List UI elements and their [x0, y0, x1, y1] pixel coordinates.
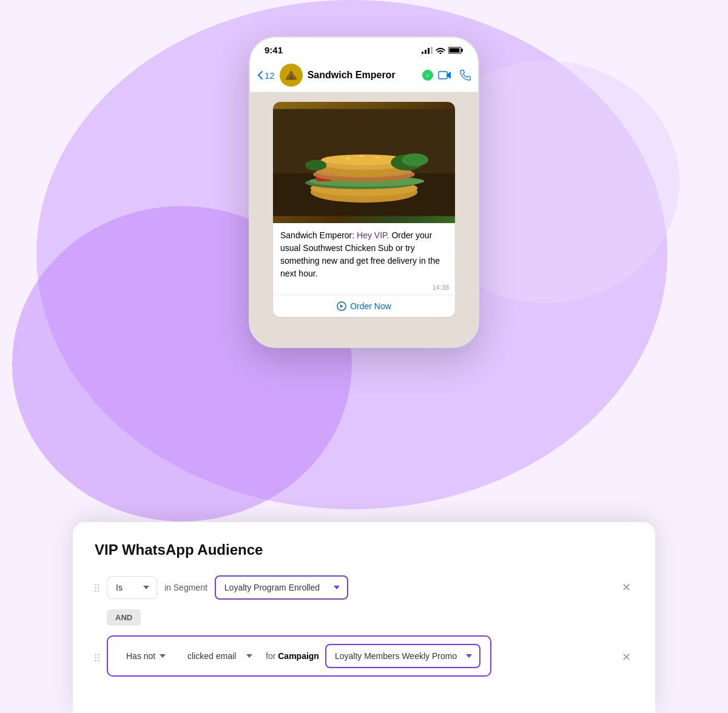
- svg-rect-8: [461, 49, 463, 52]
- svg-point-24: [346, 157, 350, 159]
- message-bubble: Sandwich Emperor: Hey VIP. Order your us…: [273, 102, 455, 317]
- condition-row-2: Has not Has clicked email opened email r…: [95, 635, 633, 679]
- svg-point-26: [376, 156, 380, 159]
- action-select[interactable]: clicked email opened email received emai…: [179, 645, 260, 667]
- back-count: 12: [265, 70, 275, 81]
- message-text: Sandwich Emperor: Hey VIP. Order your us…: [273, 223, 455, 283]
- back-button[interactable]: 12: [257, 70, 275, 81]
- contact-avatar: [280, 64, 303, 87]
- condition-2-inner: Has not Has clicked email opened email r…: [107, 635, 491, 677]
- video-call-icon[interactable]: [438, 70, 451, 81]
- sandwich-image: [273, 102, 455, 223]
- svg-point-29: [305, 160, 326, 171]
- battery-icon: [448, 47, 463, 54]
- svg-rect-3: [422, 52, 423, 54]
- remove-condition-2[interactable]: ✕: [619, 648, 633, 666]
- verified-badge: ✓: [422, 70, 433, 81]
- whatsapp-chat: Sandwich Emperor: Hey VIP. Order your us…: [250, 92, 478, 347]
- cta-icon: [337, 301, 346, 311]
- audience-panel: VIP WhatsApp Audience Is Is not in Segme…: [73, 522, 655, 713]
- contact-name: Sandwich Emperor: [308, 70, 417, 81]
- panel-title: VIP WhatsApp Audience: [95, 541, 633, 558]
- in-segment-text: in Segment: [164, 583, 207, 592]
- message-cta[interactable]: Order Now: [273, 295, 455, 317]
- campaign-select[interactable]: Loyalty Members Weekly Promo Summer Sale…: [325, 644, 480, 668]
- svg-rect-9: [450, 48, 460, 52]
- svg-point-28: [402, 153, 428, 166]
- whatsapp-header: 12 Sandwich Emperor ✓: [250, 59, 478, 92]
- message-intro: Sandwich Emperor:: [280, 230, 354, 240]
- and-badge: AND: [107, 609, 141, 626]
- condition-row-1: Is Is not in Segment Loyalty Program Enr…: [95, 575, 633, 600]
- segment-select[interactable]: Loyalty Program Enrolled VIP Members All…: [215, 575, 348, 600]
- phone-mockup: 9:41: [243, 36, 485, 348]
- phone-call-icon[interactable]: [460, 70, 471, 81]
- svg-rect-10: [439, 72, 447, 79]
- signal-icon: [422, 47, 433, 54]
- remove-condition-1[interactable]: ✕: [619, 578, 633, 597]
- message-time: 14:38: [273, 283, 455, 295]
- status-bar: 9:41: [250, 38, 478, 59]
- status-time: 9:41: [265, 45, 283, 55]
- svg-rect-4: [425, 50, 426, 54]
- operator-select-1[interactable]: Is Is not: [107, 576, 157, 599]
- svg-rect-5: [428, 48, 430, 54]
- wifi-icon: [436, 47, 445, 54]
- message-highlight: Hey VIP.: [357, 230, 389, 240]
- cta-label: Order Now: [350, 301, 391, 311]
- drag-handle-2[interactable]: [95, 654, 99, 661]
- status-icons: [422, 47, 463, 54]
- header-actions: [438, 70, 471, 81]
- has-not-select[interactable]: Has not Has: [118, 645, 173, 667]
- drag-handle-1[interactable]: [95, 584, 99, 592]
- for-campaign-text: for Campaign: [266, 651, 319, 661]
- svg-point-25: [359, 155, 363, 158]
- svg-rect-6: [431, 47, 433, 54]
